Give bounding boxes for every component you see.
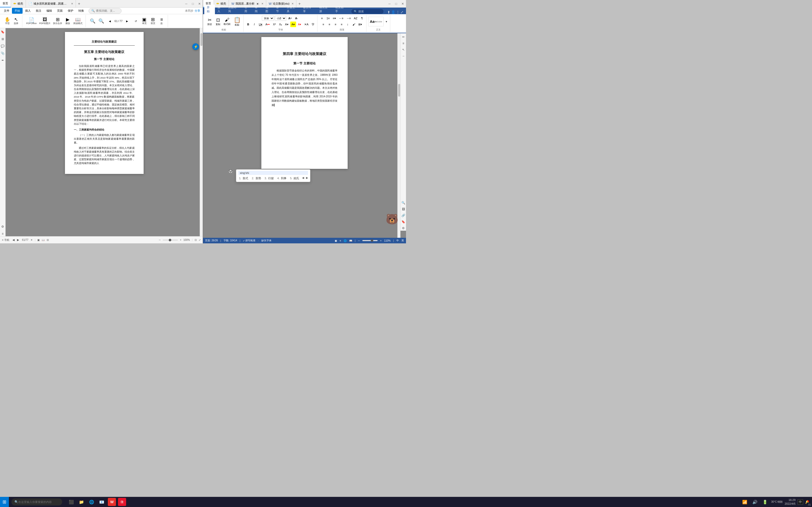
pdf-rotate-btn[interactable]: ↺ <box>132 15 140 26</box>
word-zoom-in-btn[interactable]: + <box>380 239 382 242</box>
superscript-btn[interactable]: X² <box>271 21 277 27</box>
word-view-normal-btn[interactable]: ▣ <box>335 239 337 242</box>
word-user-icon[interactable]: 👤 <box>391 10 395 14</box>
pdf-to-image-btn[interactable]: 🖼 PDF转图片 <box>38 15 52 26</box>
pdf-ribbon-home[interactable]: 开始 <box>12 8 22 14</box>
list-bullet-btn[interactable]: ≡ <box>319 15 325 21</box>
pdf-comment-icon[interactable]: 💬 <box>0 44 5 49</box>
pdf-settings-icon[interactable]: ⚙ <box>1 224 5 229</box>
pdf-read-mode-btn[interactable]: 📖 阅读模式 <box>72 15 84 26</box>
font-size-increase-btn[interactable]: A+ <box>287 15 293 21</box>
word-zoom-slider[interactable] <box>362 240 377 241</box>
pdf-tab-file-close[interactable]: ✕ <box>71 2 73 5</box>
word-tab-ribbon-view[interactable]: 视图 <box>263 5 273 14</box>
list-number-btn[interactable]: 1≡ <box>325 15 331 21</box>
pdf-tab-home[interactable]: 首页 <box>0 0 11 7</box>
pdf-split-merge-btn[interactable]: ⊞ 拆分合并 <box>52 15 63 26</box>
ime-next-btn[interactable]: ▶ <box>306 176 308 180</box>
pdf-prev-arrow[interactable]: ◀ <box>11 238 15 242</box>
word-more-icon[interactable]: ⋮ <box>396 10 400 14</box>
word-tab-ribbon-resource[interactable]: 稿壳资源 <box>317 5 333 14</box>
pdf-ribbon-page[interactable]: 页面 <box>55 8 65 14</box>
indent-inc-btn[interactable]: →≡ <box>345 15 352 21</box>
pdf-scrollbar[interactable] <box>200 28 203 236</box>
font-size-decrease-btn[interactable]: A- <box>294 15 299 21</box>
font-color-btn[interactable]: A <box>264 21 271 27</box>
word-lang-en[interactable]: 英 <box>401 239 404 242</box>
pdf-continuous-btn[interactable]: ≡ 连 <box>158 15 166 26</box>
pdf-ribbon-annotate[interactable]: 批注 <box>33 8 44 14</box>
pdf-ribbon-convert[interactable]: 转换 <box>76 8 87 14</box>
pdf-brightness-icon[interactable]: ☀ <box>31 238 33 241</box>
word-tab-ribbon-member[interactable]: 会员专享 <box>300 5 317 14</box>
shading-btn[interactable]: 🖌 <box>351 21 357 27</box>
word-view-web-btn[interactable]: 🌐 <box>344 239 347 242</box>
ime-candidate-2[interactable]: 2. 形势 <box>251 176 262 180</box>
pdf-zoom-thumb[interactable] <box>169 239 171 241</box>
word-search-side-icon[interactable]: 🔍 <box>401 200 406 205</box>
style-normal-box[interactable]: Aa Bb Cc Dd <box>368 17 384 26</box>
word-spell-check[interactable]: ✓ 拼写检查 <box>243 239 256 242</box>
pdf-play-btn[interactable]: ▶ 播放 <box>64 15 72 26</box>
pdf-fullscreen-btn[interactable]: ⤢ <box>199 238 201 241</box>
align-left-btn[interactable]: ≡ <box>320 21 326 27</box>
list-outline-btn[interactable]: ≡▾ <box>332 15 337 21</box>
pdf-double-page-btn[interactable]: ⊞ 双页 <box>149 15 157 26</box>
word-arrow-icon[interactable]: → <box>401 54 406 59</box>
pdf-search-bar[interactable]: 🔍 查找功能、文... <box>89 8 121 14</box>
word-settings-side-icon[interactable]: ⚙ <box>401 226 405 231</box>
pdf-float-action-btn[interactable]: ⚡ <box>192 43 199 50</box>
pdf-panel-icon[interactable]: ≡ <box>1 231 4 236</box>
pdf-sync-btn[interactable]: 未同步 <box>185 9 193 13</box>
char-space-btn[interactable]: 字 <box>310 21 316 27</box>
pdf-zoom-out-btn[interactable]: 🔍 <box>89 15 97 26</box>
italic-btn[interactable]: I <box>251 21 257 27</box>
bold-btn[interactable]: B <box>245 21 251 27</box>
pdf-ribbon-file[interactable]: 文件 <box>1 8 12 14</box>
word-tab-ribbon-ref[interactable]: 引用 <box>242 5 252 14</box>
pdf-ribbon-insert[interactable]: 插入 <box>22 8 33 14</box>
word-cut-btn[interactable]: ✂ 剪切 <box>206 15 214 27</box>
ime-candidate-5[interactable]: 5. 姓氏 <box>289 176 300 180</box>
pdf-minimize-button[interactable]: ─ <box>183 1 190 7</box>
word-zoom-out-btn[interactable]: ─ <box>358 239 360 242</box>
font-color2-btn[interactable]: A▾ <box>284 21 290 27</box>
pdf-next-arrow[interactable]: ▶ <box>16 238 20 242</box>
pdf-tab-add[interactable]: + <box>76 2 82 6</box>
word-view-outline-btn[interactable]: ≡ <box>340 239 341 242</box>
pdf-fit-btn[interactable]: ⊡ <box>195 238 197 241</box>
pdf-thumbnail-icon[interactable]: ⊞ <box>1 37 5 42</box>
ime-prev-btn[interactable]: ◀ <box>302 176 304 180</box>
pdf-hand-btn[interactable]: ✋ 手型 <box>3 15 11 26</box>
styles-expand-btn[interactable]: ▾ <box>385 19 389 24</box>
pdf-view-toggle1[interactable]: ▣ <box>37 238 40 241</box>
indent-dec-btn[interactable]: ←≡ <box>338 15 345 21</box>
ime-candidate-3[interactable]: 3. 行驶 <box>264 176 274 180</box>
subscript-btn[interactable]: X₂ <box>277 21 283 27</box>
line-spacing-btn[interactable]: ↕ <box>345 21 350 27</box>
word-scrollbar-thumb[interactable] <box>398 84 400 97</box>
sort-btn[interactable]: AZ <box>352 15 359 21</box>
pdf-zoom-out-status[interactable]: ─ <box>159 238 161 241</box>
pdf-single-page-btn[interactable]: ▣ 单页 <box>140 15 148 26</box>
word-minimize-btn[interactable]: ─ <box>386 1 393 7</box>
word-tab-ribbon-thesis[interactable]: 论文助手 <box>333 5 349 14</box>
align-justify-btn[interactable]: ≡ <box>339 21 344 27</box>
word-bookmark-side-icon[interactable]: 🔖 <box>401 219 406 224</box>
para-mark-btn[interactable]: ¶ <box>359 15 365 21</box>
ime-candidate-4[interactable]: 4. 刑事 <box>276 176 287 180</box>
pdf-scrollbar-thumb[interactable] <box>200 33 202 46</box>
pdf-nav-toggle[interactable]: ≡ 导航 <box>2 238 9 242</box>
pdf-maximize-button[interactable]: □ <box>190 1 196 7</box>
word-tab-ribbon-insert[interactable]: 插入 <box>215 5 225 14</box>
highlight-btn[interactable]: A▾ <box>290 21 296 27</box>
ime-candidate-1[interactable]: 1. 形式 <box>238 176 249 180</box>
word-tab-ribbon-dev[interactable]: 开发工具 <box>284 5 300 14</box>
text-color-btn[interactable]: A▾ <box>297 21 302 27</box>
word-cursor-icon[interactable]: ↖ <box>401 47 405 52</box>
border-btn[interactable]: ⊞▾ <box>357 21 363 27</box>
align-center-btn[interactable]: ≡ <box>326 21 332 27</box>
pdf-nav-next-btn[interactable]: ▶ <box>123 15 131 26</box>
word-missing-font[interactable]: 缺失字体 <box>261 239 271 242</box>
word-lang-zh[interactable]: 中 <box>396 239 399 242</box>
